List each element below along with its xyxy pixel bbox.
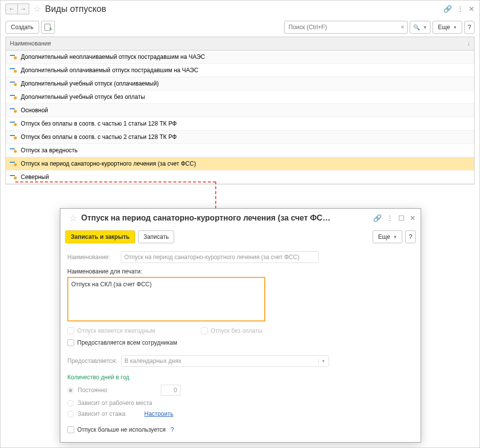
search-clear-icon[interactable]: × (401, 24, 404, 31)
list-row[interactable]: Отпуск без оплаты в соотв. с частью 1 ст… (6, 117, 474, 131)
main-toolbar: Создать × ▼ Еще▼ ? (0, 18, 480, 37)
help-question-icon[interactable]: ? (171, 426, 174, 433)
search-input-container[interactable]: × (284, 21, 408, 34)
modal-favorite-star-icon[interactable]: ☆ (69, 213, 77, 224)
radio-workplace-label: Зависит от рабочего места (78, 400, 152, 406)
list-row[interactable]: Дополнительный учебный отпуск без оплаты (6, 90, 474, 104)
leave-type-icon (10, 81, 17, 86)
leave-type-icon (10, 134, 17, 139)
forward-button[interactable]: → (17, 3, 29, 14)
leave-type-icon (10, 108, 17, 113)
create-copy-button[interactable] (41, 21, 55, 34)
provided-select[interactable]: В календарных днях ▼ (121, 355, 329, 367)
leave-type-icon (10, 175, 17, 179)
list-item-label: Дополнительный оплачиваемый отпуск постр… (21, 67, 198, 74)
annual-label: Отпуск является ежегодным (77, 327, 155, 334)
modal-header: ☆ Отпуск на период санаторно-курортного … (60, 209, 421, 227)
leave-type-icon (10, 148, 17, 153)
list-row[interactable]: Отпуск без оплаты в соотв. с частью 2 ст… (6, 131, 474, 144)
list-item-label: Отпуск за вредность (21, 147, 78, 154)
radio-constant (67, 387, 74, 394)
list-row[interactable]: Дополнительный неоплачиваемый отпуск пос… (6, 50, 474, 64)
list-item-label: Отпуск без оплаты в соотв. с частью 1 ст… (21, 120, 177, 127)
list-row[interactable]: Северный (6, 171, 474, 184)
radio-constant-label: Постоянно (78, 387, 107, 394)
all-employees-label: Предоставляется всем сотрудникам (77, 339, 177, 346)
search-input[interactable] (288, 23, 401, 31)
modal-link-icon[interactable]: 🔗 (373, 214, 382, 222)
list-row[interactable]: Отпуск на период санаторно-курортного ле… (6, 157, 474, 171)
leave-type-icon (10, 68, 17, 73)
search-settings-button[interactable]: ▼ (410, 21, 431, 34)
sort-indicator-icon: ↓ (467, 40, 470, 47)
configure-link[interactable]: Настроить (144, 410, 174, 417)
list-row[interactable]: Основной (6, 104, 474, 117)
radio-tenure-label: Зависит от стажа (78, 410, 126, 417)
list-item-label: Дополнительный учебный отпуск без оплаты (21, 93, 145, 100)
modal-more-button[interactable]: Еще▼ (373, 230, 402, 243)
close-icon[interactable]: ✕ (469, 5, 475, 13)
create-button[interactable]: Создать (5, 21, 39, 34)
list-item-label: Северный (21, 174, 49, 180)
name-input[interactable]: Отпуск на период санаторно-курортного ле… (121, 251, 319, 263)
favorite-star-icon[interactable]: ☆ (33, 3, 41, 14)
modal-title: Отпуск на период санаторно-курортного ле… (81, 214, 373, 223)
radio-workplace (67, 400, 74, 406)
annual-checkbox (67, 327, 74, 334)
save-button[interactable]: Записать (138, 230, 174, 243)
chevron-down-icon: ▼ (318, 359, 326, 363)
list-item-label: Дополнительный учебный отпуск (оплачивае… (21, 80, 159, 87)
modal-help-button[interactable]: ? (405, 230, 416, 243)
modal-kebab-icon[interactable]: ⋮ (386, 214, 393, 222)
more-button[interactable]: Еще▼ (432, 21, 462, 34)
modal-close-icon[interactable]: ✕ (410, 214, 416, 222)
leave-type-icon (10, 94, 17, 99)
provided-label: Предоставляется: (67, 358, 117, 364)
list-item-label: Основной (21, 107, 48, 114)
list-row[interactable]: Дополнительный учебный отпуск (оплачивае… (6, 77, 474, 90)
days-count-input[interactable]: 0 (161, 385, 181, 396)
not-used-checkbox[interactable] (67, 426, 74, 433)
print-name-label: Наименование для печати: (67, 268, 414, 275)
leave-type-icon (10, 161, 17, 166)
edit-modal: ☆ Отпуск на период санаторно-курортного … (60, 208, 421, 443)
magnifier-icon (413, 24, 420, 31)
link-icon[interactable]: 🔗 (443, 5, 452, 13)
all-employees-checkbox[interactable] (67, 339, 74, 346)
document-plus-icon (45, 24, 51, 31)
main-header: ← → ☆ Виды отпусков 🔗 ⋮ ✕ (0, 0, 480, 18)
list-item-label: Отпуск без оплаты в соотв. с частью 2 ст… (21, 134, 177, 140)
radio-tenure (67, 411, 74, 417)
back-button[interactable]: ← (5, 3, 17, 14)
days-section-title: Количество дней в год (67, 374, 414, 381)
unpaid-label: Отпуск без оплаты (211, 327, 262, 334)
list-row[interactable]: Дополнительный оплачиваемый отпуск постр… (6, 64, 474, 77)
not-used-label: Отпуск больше не используется (77, 426, 166, 433)
list-row[interactable]: Отпуск за вредность (6, 144, 474, 157)
list-item-label: Отпуск на период санаторно-курортного ле… (21, 160, 196, 167)
leave-type-icon (10, 54, 17, 59)
provided-value: В календарных днях (125, 358, 182, 364)
list-container: Наименование ↓ Дополнительный неоплачива… (5, 37, 475, 184)
unpaid-checkbox (201, 327, 208, 334)
list-column-header[interactable]: Наименование ↓ (6, 37, 474, 50)
modal-maximize-icon[interactable]: ☐ (398, 214, 405, 222)
print-name-textarea[interactable]: Отпуск на СКЛ (за счет ФСС) (67, 277, 265, 321)
page-title: Виды отпусков (45, 4, 443, 14)
help-button[interactable]: ? (464, 21, 475, 34)
kebab-menu-icon[interactable]: ⋮ (457, 5, 464, 13)
save-and-close-button[interactable]: Записать и закрыть (65, 230, 135, 243)
list-item-label: Дополнительный неоплачиваемый отпуск пос… (21, 53, 205, 60)
leave-type-icon (10, 121, 17, 126)
column-name-label: Наименование (10, 40, 51, 47)
annotation-arrow (215, 181, 216, 209)
modal-toolbar: Записать и закрыть Записать Еще▼ ? (60, 227, 421, 246)
name-label: Наименование: (67, 254, 117, 261)
